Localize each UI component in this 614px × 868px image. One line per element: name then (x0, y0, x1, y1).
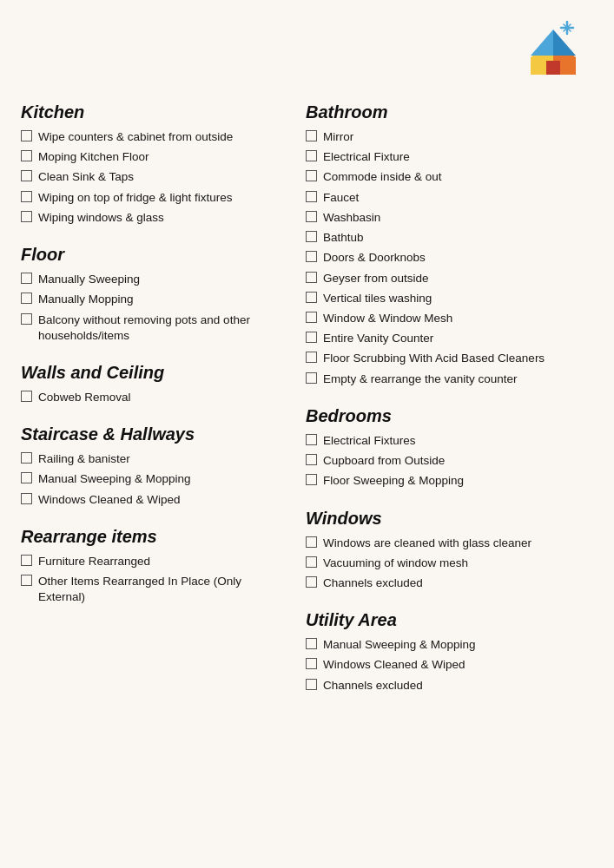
section-title-floor: Floor (21, 245, 283, 265)
checkbox[interactable] (21, 150, 32, 161)
list-item: Bathtub (306, 230, 593, 246)
checkbox[interactable] (21, 130, 32, 141)
checkbox[interactable] (306, 332, 317, 343)
checkbox[interactable] (21, 273, 32, 284)
svg-marker-3 (553, 30, 576, 56)
item-text: Commode inside & out (323, 169, 593, 185)
list-item: Clean Sink & Taps (21, 169, 283, 185)
item-text: Cobweb Removal (38, 390, 283, 405)
section-bedrooms: BedroomsElectrical FixturesCupboard from… (306, 406, 593, 490)
section-title-walls: Walls and Ceiling (21, 363, 283, 383)
svg-marker-2 (531, 30, 553, 56)
left-column: KitchenWipe counters & cabinet from outs… (21, 102, 299, 713)
list-item: Entire Vanity Counter (306, 331, 593, 346)
item-text: Entire Vanity Counter (323, 331, 593, 346)
list-item: Window & Window Mesh (306, 311, 593, 326)
checkbox[interactable] (21, 191, 32, 202)
item-text: Windows Cleaned & Wiped (323, 657, 593, 673)
list-item: Mirror (306, 129, 593, 145)
item-text: Balcony without removing pots and other … (38, 312, 283, 344)
item-text: Other Items Rearranged In Place (Only Ex… (38, 574, 283, 605)
item-text: Windows are cleaned with glass cleaner (323, 536, 593, 551)
section-floor: FloorManually SweepingManually MoppingBa… (21, 245, 283, 344)
checkbox[interactable] (306, 454, 317, 465)
checkbox[interactable] (21, 293, 32, 304)
checkbox[interactable] (21, 391, 32, 402)
list-item: Windows Cleaned & Wiped (306, 657, 593, 673)
checkbox[interactable] (306, 251, 317, 262)
section-title-kitchen: Kitchen (21, 102, 283, 122)
item-text: Manual Sweeping & Mopping (323, 637, 593, 653)
item-text: Washbasin (323, 210, 593, 226)
checkbox[interactable] (306, 170, 317, 181)
sparkle (561, 22, 573, 34)
checkbox[interactable] (306, 474, 317, 485)
checkbox[interactable] (306, 312, 317, 323)
item-text: Vacuuming of window mesh (323, 556, 593, 571)
checkbox[interactable] (306, 352, 317, 363)
checkbox[interactable] (306, 434, 317, 445)
checklist-kitchen: Wipe counters & cabinet from outsideMopi… (21, 129, 283, 226)
item-text: Moping Kitchen Floor (38, 149, 283, 165)
checkbox[interactable] (21, 555, 32, 566)
content-columns: KitchenWipe counters & cabinet from outs… (21, 102, 593, 713)
logo-area (522, 17, 593, 83)
checkbox[interactable] (21, 313, 32, 325)
item-text: Wipe counters & cabinet from outside (38, 129, 283, 145)
page: KitchenWipe counters & cabinet from outs… (0, 0, 614, 868)
checkbox[interactable] (306, 130, 317, 141)
item-text: Electrical Fixtures (323, 433, 593, 449)
section-title-utility: Utility Area (306, 610, 593, 630)
list-item: Vacuuming of window mesh (306, 556, 593, 571)
checkbox[interactable] (21, 170, 32, 181)
section-staircase: Staircase & HallwaysRailing & banisterMa… (21, 424, 283, 508)
item-text: Furniture Rearranged (38, 554, 283, 569)
checkbox[interactable] (306, 231, 317, 242)
checkbox[interactable] (21, 452, 32, 464)
checkbox[interactable] (306, 556, 317, 568)
section-title-bedrooms: Bedrooms (306, 406, 593, 426)
list-item: Cupboard from Outside (306, 453, 593, 469)
list-item: Wipe counters & cabinet from outside (21, 129, 283, 145)
list-item: Railing & banister (21, 451, 283, 467)
section-utility: Utility AreaManual Sweeping & MoppingWin… (306, 610, 593, 694)
list-item: Windows Cleaned & Wiped (21, 492, 283, 508)
item-text: Channels excluded (323, 575, 593, 591)
list-item: Channels excluded (306, 575, 593, 591)
list-item: Empty & rearrange the vanity counter (306, 372, 593, 387)
checkbox[interactable] (306, 638, 317, 649)
section-title-staircase: Staircase & Hallways (21, 424, 283, 444)
logo-icon (522, 21, 584, 83)
item-text: Wiping on top of fridge & light fixtures (38, 190, 283, 206)
checkbox[interactable] (306, 292, 317, 303)
section-rearrange: Rearrange itemsFurniture RearrangedOther… (21, 527, 283, 606)
item-text: Geyser from outside (323, 271, 593, 286)
checkbox[interactable] (306, 658, 317, 669)
checkbox[interactable] (306, 211, 317, 222)
checkbox[interactable] (21, 575, 32, 586)
checkbox[interactable] (306, 372, 317, 384)
checkbox[interactable] (21, 472, 32, 483)
section-title-rearrange: Rearrange items (21, 527, 283, 547)
item-text: Floor Sweeping & Mopping (323, 473, 593, 489)
checklist-windows: Windows are cleaned with glass cleanerVa… (306, 536, 593, 592)
checkbox[interactable] (21, 493, 32, 504)
checklist-utility: Manual Sweeping & MoppingWindows Cleaned… (306, 637, 593, 694)
checkbox[interactable] (306, 272, 317, 283)
item-text: Cupboard from Outside (323, 453, 593, 469)
svg-rect-4 (546, 61, 560, 75)
item-text: Floor Scrubbing With Acid Based Cleaners (323, 351, 593, 366)
list-item: Windows are cleaned with glass cleaner (306, 536, 593, 551)
list-item: Wiping on top of fridge & light fixtures (21, 190, 283, 206)
checkbox[interactable] (306, 150, 317, 161)
checkbox[interactable] (306, 191, 317, 202)
item-text: Manually Mopping (38, 292, 283, 307)
item-text: Faucet (323, 190, 593, 206)
list-item: Manually Sweeping (21, 272, 283, 287)
checkbox[interactable] (306, 576, 317, 588)
checkbox[interactable] (21, 211, 32, 222)
list-item: Other Items Rearranged In Place (Only Ex… (21, 574, 283, 605)
item-text: Window & Window Mesh (323, 311, 593, 326)
checkbox[interactable] (306, 536, 317, 548)
checkbox[interactable] (306, 679, 317, 690)
